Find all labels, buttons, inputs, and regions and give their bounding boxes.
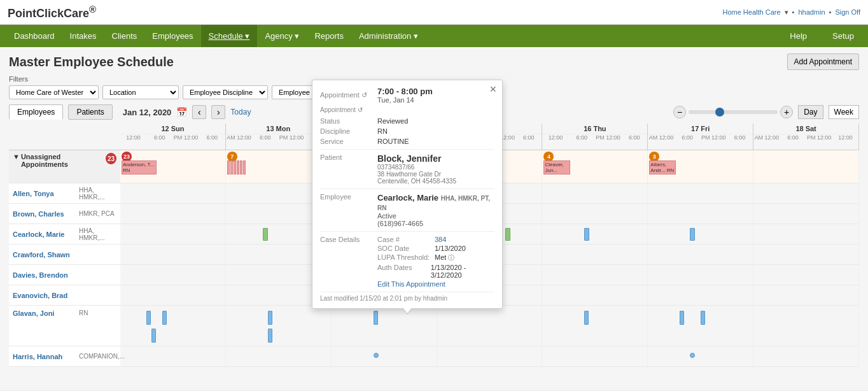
popup-lupa-label: LUPA Threshold: [377, 253, 435, 262]
unassigned-cell-sat [753, 150, 859, 183]
cell-crawford-sat [753, 245, 859, 264]
appt-blocks-mon [227, 160, 246, 174]
nav-right: Help Setup [782, 25, 862, 47]
employee-name-evanovich[interactable]: Evanovich, Brad [13, 292, 76, 299]
nav-intakes[interactable]: Intakes [62, 25, 104, 47]
popup-patient-city: Centerville, OH 45458-4335 [377, 178, 456, 185]
cell-evanovich-sun [120, 285, 226, 305]
appt-block[interactable] [230, 160, 233, 174]
cell-brown-fri [648, 204, 753, 224]
cell-crawford-thu [542, 245, 648, 264]
popup-edit-link[interactable]: Edit This Appointment [377, 280, 445, 288]
filter-location-select[interactable]: Home Care of Wester [9, 85, 99, 99]
day-view-button[interactable]: Day [798, 105, 823, 119]
nav-administration[interactable]: Administration ▾ [351, 25, 426, 47]
employee-name-cearlock[interactable]: Cearlock, Marie [13, 231, 76, 238]
employee-name-allen[interactable]: Allen, Tonya [13, 190, 76, 197]
appt-block[interactable]: Cleaver, Jun... HHA [543, 160, 570, 174]
filter-discipline-select[interactable]: Employee Discipline [183, 85, 268, 99]
appt-chip[interactable] [146, 311, 151, 325]
popup-employee-name[interactable]: Cearlock, Marie HHA, HMKR, PT, RN [377, 193, 494, 212]
tab-patients[interactable]: Patients [68, 104, 112, 120]
cell-glavan-sat [753, 306, 859, 346]
tab-employees[interactable]: Employees [9, 104, 63, 120]
unassigned-section-header[interactable]: ▼ Unassigned Appointments 23 [9, 150, 120, 183]
employee-name-brown[interactable]: Brown, Charles [13, 210, 76, 218]
popup-lupa-value: Met [435, 253, 446, 262]
popup-patient-name[interactable]: Block, Jennifer [377, 153, 456, 164]
today-link[interactable]: Today [230, 108, 251, 117]
appt-block[interactable] [227, 160, 230, 174]
nav: Dashboard Intakes Clients Employees Sche… [0, 25, 868, 47]
header-signoff[interactable]: Sign Off [835, 8, 860, 16]
popup-arrow-inner [403, 308, 412, 313]
cell-brown-thu [542, 204, 648, 224]
day-label-thu: 16 Thu [542, 124, 647, 134]
nav-setup[interactable]: Setup [825, 25, 862, 47]
nav-agency[interactable]: Agency ▾ [257, 25, 307, 47]
appt-chip[interactable] [584, 228, 589, 241]
cell-harris-fri [648, 346, 753, 366]
appt-dot[interactable] [374, 353, 379, 358]
appt-dot[interactable] [690, 353, 695, 358]
appt-block[interactable]: Anderson, T... RN [122, 160, 157, 174]
zoom-handle[interactable] [715, 108, 724, 117]
popup-lupa-row: LUPA Threshold: Met ⓘ [377, 253, 494, 262]
employee-name-davies[interactable]: Davies, Brendon [13, 271, 76, 279]
nav-reports[interactable]: Reports [307, 25, 351, 47]
popup-auth-dates: 1/13/2020 - 3/12/2020 [431, 264, 494, 279]
employee-name-glavan[interactable]: Glavan, Joni [13, 309, 76, 317]
week-view-button[interactable]: Week [829, 105, 859, 119]
nav-employees[interactable]: Employees [144, 25, 200, 47]
appt-chip[interactable] [690, 228, 695, 241]
appt-chip[interactable] [268, 311, 272, 325]
nav-clients[interactable]: Clients [104, 25, 145, 47]
popup-status-value: Reviewed [377, 117, 408, 125]
nav-schedule[interactable]: Schedule ▾ [201, 25, 258, 47]
unassigned-label: Unassigned Appointments [21, 153, 103, 168]
appt-block[interactable] [240, 160, 242, 174]
zoom-out-button[interactable]: − [673, 106, 686, 118]
cell-allen-sun [120, 183, 226, 203]
time-label: 12:00 [542, 134, 568, 141]
prev-week-button[interactable]: ‹ [192, 105, 206, 119]
cell-harris-sat [753, 346, 859, 366]
appt-block[interactable] [243, 160, 246, 174]
employee-role-allen: HHA, HMKR,... [79, 187, 116, 201]
zoom-in-button[interactable]: + [780, 106, 793, 118]
appt-chip[interactable] [374, 311, 378, 325]
filter-location2-select[interactable]: Location [102, 85, 179, 99]
employee-name-harris[interactable]: Harris, Hannah [13, 353, 76, 360]
nav-help[interactable]: Help [782, 25, 815, 47]
header-user[interactable]: hhadmin [798, 8, 825, 16]
popup-close-button[interactable]: ✕ [489, 84, 497, 94]
appt-block[interactable] [237, 160, 239, 174]
appt-chip[interactable] [151, 329, 156, 343]
cell-glavan-mon [226, 306, 332, 346]
appt-block[interactable] [234, 160, 236, 174]
appt-chip[interactable] [505, 228, 510, 241]
employee-role-cearlock: HHA, HMKR,... [79, 227, 116, 241]
appt-chip[interactable] [162, 311, 167, 325]
employee-name-crawford[interactable]: Crawford, Shawn [13, 251, 76, 259]
popup-case-row: Case Details Case # 384 SOC Date 1/13/20… [320, 236, 494, 288]
cell-davies-thu [542, 265, 648, 285]
header-section[interactable]: Home Health Care [722, 8, 780, 16]
cell-evanovich-thu [542, 285, 648, 305]
calendar-icon[interactable]: 📅 [176, 107, 187, 117]
add-appointment-button[interactable]: Add Appointment [787, 53, 859, 70]
employee-row-allen: Allen, Tonya HHA, HMKR,... [9, 183, 120, 204]
nav-dashboard[interactable]: Dashboard [6, 25, 62, 47]
appt-chip[interactable] [701, 311, 705, 325]
appt-chip[interactable] [680, 311, 684, 325]
unassigned-cell-sun: 23 Anderson, T... RN [120, 150, 226, 183]
appt-chip[interactable] [268, 329, 272, 343]
cell-glavan-fri [648, 306, 753, 346]
next-week-button[interactable]: › [211, 105, 225, 119]
zoom-track[interactable] [689, 110, 778, 114]
cell-harris-wed [437, 346, 543, 366]
appt-block[interactable]: Albers, Andr... RN [649, 160, 676, 174]
appt-chip[interactable] [584, 311, 589, 325]
popup-case-number-link[interactable]: 384 [435, 236, 446, 243]
appt-chip-green[interactable] [263, 228, 268, 241]
